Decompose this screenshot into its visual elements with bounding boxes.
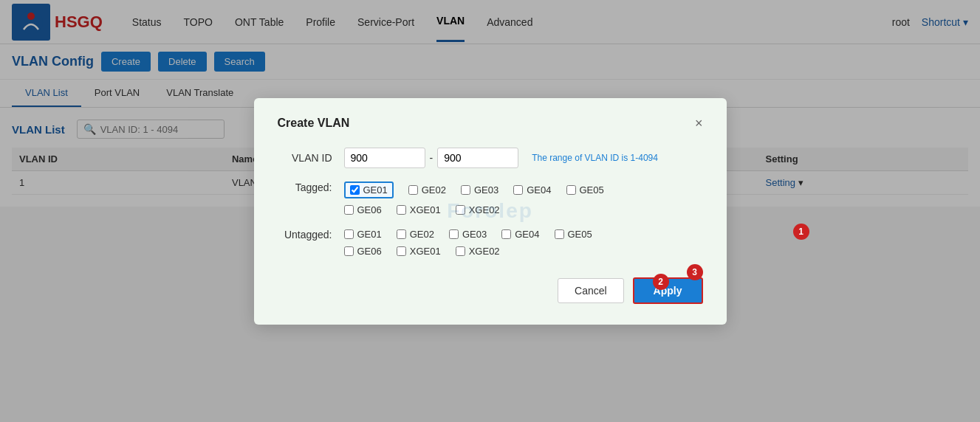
tagged-xge02-checkbox[interactable] [456,205,465,215]
vlan-id-start-input[interactable] [344,148,425,168]
vlan-id-inputs: - The range of VLAN ID is 1-4094 [344,148,658,168]
untagged-row2: GE06 XGE01 XGE02 [344,246,592,257]
tagged-row2: GE06 XGE01 XGE02 [344,204,604,215]
untagged-ge04-item[interactable]: GE04 [501,229,539,240]
untagged-ge05-item[interactable]: GE05 [555,229,592,240]
tagged-ge03-checkbox[interactable] [461,185,470,195]
modal-title: Create VLAN [278,117,350,130]
tagged-ge02-item[interactable]: GE02 [408,184,446,196]
untagged-ge06-checkbox[interactable] [344,246,354,256]
untagged-ge05-checkbox[interactable] [555,229,564,239]
tagged-ge06-checkbox[interactable] [344,205,354,215]
vlan-id-row: VLAN ID - The range of VLAN ID is 1-4094… [278,148,703,168]
untagged-xge01-item[interactable]: XGE01 [397,246,441,257]
vlan-id-end-input[interactable] [437,148,518,168]
tagged-label: Tagged: [278,181,344,193]
tagged-row1: GE01 GE02 GE03 GE04 GE05 [344,181,604,198]
tagged-ge04-item[interactable]: GE04 [513,184,551,196]
tagged-ge02-checkbox[interactable] [408,185,418,195]
untagged-ge02-checkbox[interactable] [397,229,406,239]
modal-close-button[interactable]: × [695,116,703,131]
modal-footer: Cancel Apply 3 [278,277,703,304]
untagged-ge06-item[interactable]: GE06 [344,246,382,257]
untagged-ge04-checkbox[interactable] [501,229,511,239]
badge-1: 1 [793,224,809,240]
badge-2: 2 [653,274,669,290]
tagged-ports-group: GE01 GE02 GE03 GE04 GE05 [344,181,604,215]
untagged-row1: GE01 GE02 GE03 GE04 GE05 [344,229,592,240]
untagged-label: Untagged: [278,229,344,241]
tagged-xge02-item[interactable]: XGE02 [456,204,500,215]
tagged-xge01-item[interactable]: XGE01 [397,204,441,215]
untagged-ge02-item[interactable]: GE02 [397,229,434,240]
untagged-ge01-item[interactable]: GE01 [344,229,382,240]
tagged-ge04-checkbox[interactable] [513,185,523,195]
tagged-ge05-item[interactable]: GE05 [566,184,604,196]
badge-3: 3 [687,264,703,280]
tagged-xge01-checkbox[interactable] [397,205,406,215]
modal-overlay: Forolep Create VLAN × VLAN ID - The rang… [0,0,980,422]
untagged-xge01-checkbox[interactable] [397,246,406,256]
tagged-ge01-item[interactable]: GE01 [344,181,394,198]
untagged-xge02-checkbox[interactable] [456,246,465,256]
vlan-id-label: VLAN ID [278,152,344,164]
dash: - [430,152,434,164]
untagged-ports-group: GE01 GE02 GE03 GE04 GE05 [344,229,592,257]
untagged-row: Untagged: GE01 GE02 GE03 GE04 [278,229,703,257]
vlan-id-hint: The range of VLAN ID is 1-4094 [532,153,658,163]
tagged-ge06-item[interactable]: GE06 [344,204,382,215]
modal-header: Create VLAN × [278,116,703,131]
cancel-button[interactable]: Cancel [558,278,624,303]
tagged-row: Tagged: GE01 GE02 GE03 GE04 [278,181,703,215]
tagged-ge01-checkbox[interactable] [350,185,360,195]
untagged-ge01-checkbox[interactable] [344,229,354,239]
untagged-ge03-checkbox[interactable] [449,229,459,239]
create-vlan-modal: Forolep Create VLAN × VLAN ID - The rang… [254,98,727,325]
tagged-ge03-item[interactable]: GE03 [461,184,498,196]
tagged-ge05-checkbox[interactable] [566,185,576,195]
untagged-xge02-item[interactable]: XGE02 [456,246,500,257]
untagged-ge03-item[interactable]: GE03 [449,229,487,240]
